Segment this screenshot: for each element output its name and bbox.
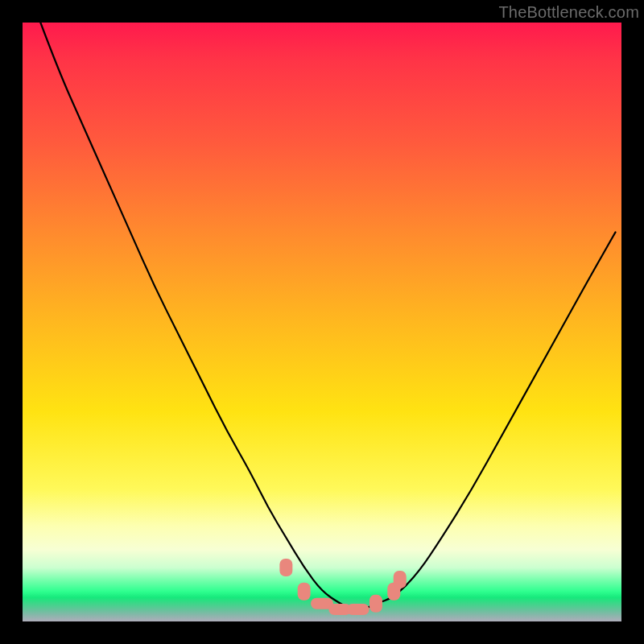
curve-marker [394, 571, 407, 588]
chart-svg [23, 23, 621, 621]
bottleneck-curve [40, 23, 615, 609]
curve-marker [347, 604, 369, 615]
curve-markers [279, 559, 406, 615]
curve-marker [369, 595, 382, 613]
curve-marker [298, 583, 311, 601]
chart-frame: TheBottleneck.com [0, 0, 644, 644]
chart-plot-area [23, 23, 621, 621]
curve-marker [279, 559, 292, 576]
watermark-text: TheBottleneck.com [498, 3, 639, 22]
